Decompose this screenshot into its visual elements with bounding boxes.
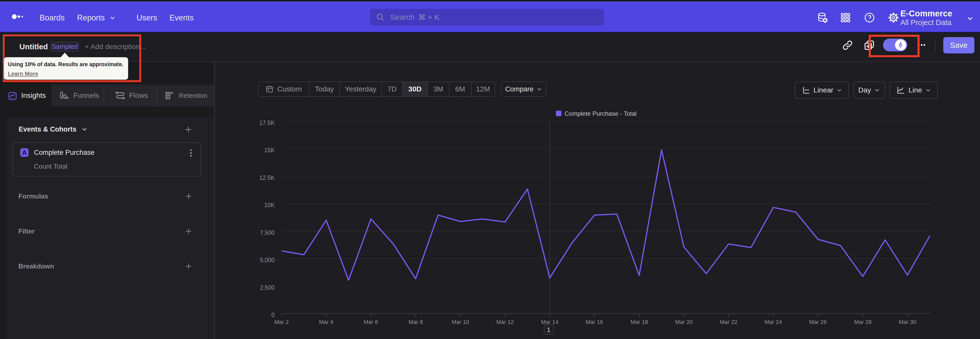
svg-text:Mar 24: Mar 24: [765, 319, 782, 325]
svg-text:Mar 2: Mar 2: [274, 319, 289, 325]
svg-text:1: 1: [547, 326, 550, 334]
svg-text:Complete Purchase - Total: Complete Purchase - Total: [565, 110, 636, 117]
svg-text:2,500: 2,500: [260, 284, 275, 291]
svg-text:7,500: 7,500: [260, 229, 275, 236]
svg-text:Mar 28: Mar 28: [854, 319, 872, 325]
svg-text:Mar 18: Mar 18: [631, 319, 648, 325]
svg-text:12.5K: 12.5K: [259, 174, 275, 181]
svg-text:Mar 22: Mar 22: [720, 319, 737, 325]
svg-text:17.5K: 17.5K: [259, 120, 275, 126]
svg-text:Mar 14: Mar 14: [541, 319, 558, 325]
svg-text:Mar 30: Mar 30: [899, 319, 916, 325]
svg-text:10K: 10K: [264, 202, 275, 208]
svg-text:Mar 8: Mar 8: [409, 319, 423, 325]
svg-text:Mar 20: Mar 20: [675, 319, 693, 325]
svg-text:Mar 12: Mar 12: [496, 319, 514, 325]
svg-text:Mar 16: Mar 16: [586, 319, 603, 325]
svg-text:Mar 4: Mar 4: [319, 319, 333, 325]
svg-text:0: 0: [271, 312, 275, 318]
svg-text:Mar 26: Mar 26: [809, 319, 827, 325]
svg-text:Mar 10: Mar 10: [452, 319, 469, 325]
svg-text:15K: 15K: [264, 147, 275, 154]
svg-text:Mar 6: Mar 6: [364, 319, 378, 325]
svg-text:5,000: 5,000: [260, 257, 275, 263]
